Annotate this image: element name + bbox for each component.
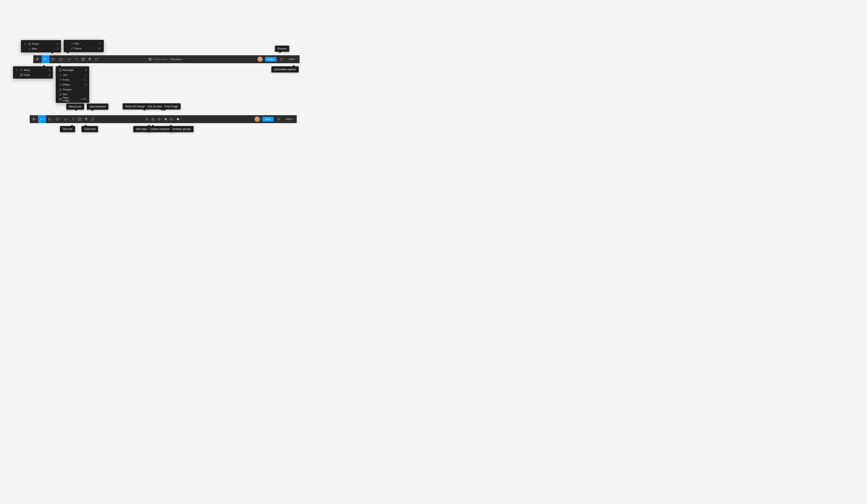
frame-tool-button[interactable]: [46, 115, 54, 123]
menu-item-polygon[interactable]: Polygon: [56, 87, 89, 92]
crop-button[interactable]: [169, 115, 175, 123]
comment-button[interactable]: [90, 115, 96, 123]
star-icon: [58, 93, 63, 96]
figma-menu-button[interactable]: [30, 115, 38, 123]
shapes-menu: Rectangle R Line L Arrow ⇧ L Ellipse O P…: [56, 66, 89, 103]
zoom-value: 100%: [286, 118, 292, 120]
svg-rect-1: [60, 58, 62, 60]
resources-button[interactable]: [76, 115, 83, 123]
move-tool-button[interactable]: [38, 115, 46, 123]
svg-rect-2: [82, 58, 83, 59]
arrow-icon: [58, 79, 63, 81]
hand-tool-tooltip: Hand tool: [82, 126, 98, 132]
pen-menu: Pen P Pencil ⇧ P: [64, 40, 104, 52]
frame-icon: [27, 43, 32, 45]
svg-rect-10: [56, 118, 58, 120]
line-icon: [58, 74, 63, 76]
team-icon: ✱: [148, 57, 152, 61]
slice-icon: [27, 47, 32, 50]
rectangle-icon: [58, 69, 63, 71]
menu-item-move[interactable]: ✓ Move V: [13, 68, 53, 73]
svg-point-0: [37, 59, 38, 60]
hand-tool-button[interactable]: [87, 55, 93, 63]
menu-item-pencil[interactable]: Pencil ⇧ P: [64, 46, 104, 51]
figma-menu-button[interactable]: [34, 55, 42, 63]
zoom-control[interactable]: 100%: [287, 58, 299, 61]
menu-item-rectangle[interactable]: Rectangle R: [56, 68, 89, 73]
text-tool-button[interactable]: [70, 115, 76, 123]
crop-tooltip: Crop image: [162, 103, 181, 109]
menu-item-place-image[interactable]: Place image... ⇧ ⌘ K: [56, 97, 89, 101]
pen-icon: [70, 42, 75, 45]
edit-object-button[interactable]: [150, 115, 156, 123]
zoom-tooltip: Zoom/view options: [271, 66, 299, 73]
avatar[interactable]: [257, 57, 263, 62]
share-button[interactable]: Share: [262, 117, 274, 121]
use-mask-button[interactable]: [162, 115, 169, 123]
move-tool-button[interactable]: [42, 55, 50, 63]
toolbar-right-group: Share 100%: [255, 117, 297, 122]
create-component-button[interactable]: [156, 115, 162, 123]
svg-rect-14: [152, 118, 154, 120]
boolean-tooltip: Boolean groups: [170, 126, 194, 132]
boolean-button[interactable]: [175, 115, 183, 123]
file-name: File name: [171, 58, 181, 61]
toolbar-1: ✱ Project name / File name Share 100%: [33, 55, 300, 63]
present-button[interactable]: [279, 58, 285, 61]
resources-button[interactable]: [80, 55, 87, 63]
pencil-icon: [70, 47, 75, 50]
menu-item-ellipse[interactable]: Ellipse O: [56, 82, 89, 87]
toolbar-2: Share 100%: [30, 115, 297, 123]
present-button[interactable]: [276, 118, 282, 120]
resources-tooltip: Resources: [66, 104, 84, 110]
image-icon: [58, 98, 63, 100]
polygon-icon: [58, 88, 63, 91]
ellipse-icon: [58, 84, 63, 86]
svg-point-9: [33, 119, 34, 120]
reset-changes-button[interactable]: [144, 115, 150, 123]
present-tooltip: Present: [275, 46, 289, 52]
svg-rect-11: [78, 118, 79, 119]
pen-tool-button[interactable]: [62, 115, 70, 123]
menu-item-line[interactable]: Line L: [56, 73, 89, 77]
menu-item-frame[interactable]: ✓ Frame F: [21, 41, 61, 46]
project-file-breadcrumb[interactable]: ✱ Project name / File name: [148, 57, 184, 61]
pen-tool-button[interactable]: [65, 55, 73, 63]
text-tool-button[interactable]: [73, 55, 80, 63]
menu-item-scale[interactable]: Scale K: [13, 73, 53, 77]
scale-icon: [19, 74, 24, 76]
svg-rect-12: [80, 118, 81, 119]
svg-rect-21: [178, 119, 179, 120]
avatar[interactable]: [255, 117, 260, 122]
menu-item-star[interactable]: Star: [56, 92, 89, 97]
share-button[interactable]: Share: [265, 57, 277, 62]
cursor-icon: [19, 69, 24, 71]
check-icon: ✓: [23, 43, 27, 45]
menu-item-pen[interactable]: Pen P: [64, 41, 104, 46]
svg-rect-13: [78, 120, 79, 120]
move-menu: ✓ Move V Scale K: [13, 66, 53, 79]
frame-tool-button[interactable]: [50, 55, 57, 63]
hand-tool-button[interactable]: [83, 115, 90, 123]
shape-tool-button[interactable]: [54, 115, 62, 123]
check-icon: ✓: [15, 69, 19, 71]
zoom-control[interactable]: 100%: [284, 118, 296, 120]
svg-rect-4: [82, 60, 83, 61]
project-name: Project name: [153, 58, 168, 61]
menu-item-arrow[interactable]: Arrow ⇧ L: [56, 77, 89, 82]
svg-rect-3: [84, 58, 85, 59]
add-comment-tooltip: Add comment: [87, 104, 108, 110]
svg-point-7: [60, 84, 62, 86]
comment-button[interactable]: [93, 55, 100, 63]
frame-menu: ✓ Frame F Slice S: [21, 40, 61, 52]
selection-tools: [144, 115, 183, 123]
svg-rect-6: [60, 69, 62, 71]
shape-tool-button[interactable]: [57, 55, 65, 63]
zoom-value: 100%: [289, 58, 295, 61]
toolbar-right-group: Share 100%: [257, 57, 299, 62]
menu-item-slice[interactable]: Slice S: [21, 46, 61, 51]
text-tool-tooltip: Text tool: [60, 126, 75, 132]
